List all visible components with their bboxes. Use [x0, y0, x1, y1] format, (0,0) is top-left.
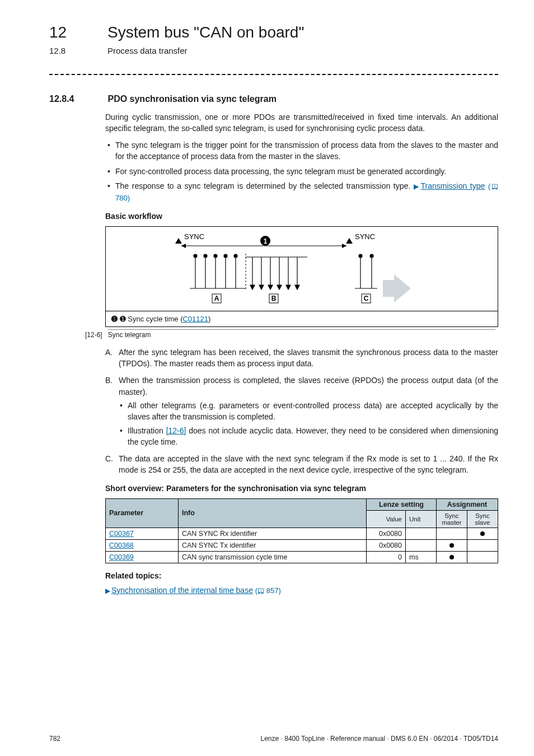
svg-marker-1 — [181, 244, 186, 248]
legend-text: ➊ Sync cycle time ( — [120, 315, 183, 323]
lettered-item-b: B. When the transmission process is comp… — [105, 375, 498, 447]
svg-marker-27 — [277, 285, 282, 290]
cell-unit — [406, 539, 437, 551]
c01121-link[interactable]: C01121 — [182, 315, 208, 323]
lettered-list: A. After the sync telegram has been rece… — [105, 347, 498, 476]
svg-marker-29 — [286, 285, 291, 290]
dot-icon — [480, 531, 485, 536]
lettered-text: After the sync telegram has been receive… — [119, 348, 498, 368]
triangle-icon: ▶ — [105, 587, 110, 595]
subsection-number: 12.8.4 — [49, 94, 105, 104]
th-info: Info — [179, 498, 367, 528]
chapter-number: 12 — [49, 24, 67, 41]
svg-marker-21 — [250, 285, 255, 290]
cell-slave — [467, 528, 498, 539]
lettered-text: When the transmission process is complet… — [119, 376, 498, 396]
basic-workflow-heading: Basic workflow — [105, 212, 498, 221]
cell-slave — [467, 551, 498, 563]
svg-text:C: C — [364, 295, 369, 302]
svg-marker-23 — [259, 285, 264, 290]
cell-info: CAN sync transmission cycle time — [179, 551, 367, 563]
th-sync-master: Sync master — [437, 510, 467, 528]
cell-master — [437, 539, 467, 551]
cell-unit: ms — [406, 551, 437, 563]
cell-value: 0 — [367, 551, 406, 563]
lettered-text: The data are accepted in the slave with … — [119, 454, 498, 474]
related-topics-heading: Related topics: — [105, 571, 498, 580]
intro-bullet: The sync telegram is the trigger point f… — [115, 139, 498, 162]
intro-paragraph: During cyclic transmission, one or more … — [105, 112, 498, 134]
intro-bullet-text: The response to a sync telegram is deter… — [115, 181, 414, 190]
figure-ref: [12-6] — [85, 331, 102, 339]
intro-bullet: The response to a sync telegram is deter… — [115, 180, 498, 204]
cell-slave — [467, 539, 498, 551]
book-icon: 🕮 — [490, 183, 498, 190]
page-ref-num: 857) — [264, 586, 281, 595]
cell-value: 0x0080 — [367, 539, 406, 551]
table-row: C00369 CAN sync transmission cycle time … — [106, 551, 498, 563]
section-title: Process data transfer — [107, 46, 188, 55]
param-link[interactable]: C00367 — [109, 530, 134, 538]
cell-master — [437, 528, 467, 539]
intro-bullet: For sync-controlled process data process… — [115, 166, 498, 177]
sub-bullet-text: Illustration — [128, 426, 166, 435]
svg-point-15 — [224, 254, 227, 258]
page-number: 782 — [49, 735, 60, 743]
intro-bullet-list: The sync telegram is the trigger point f… — [105, 139, 498, 204]
svg-point-13 — [214, 254, 217, 258]
param-link[interactable]: C00369 — [109, 553, 134, 561]
sub-bullet: All other telegrams (e.g. parameters or … — [128, 400, 498, 423]
cell-info: CAN SYNC Tx identifier — [179, 539, 367, 551]
related-link[interactable]: Synchronisation of the internal time bas… — [111, 586, 253, 595]
th-lenze-setting: Lenze setting — [367, 498, 437, 510]
subsection-title: PDO synchronisation via sync telegram — [107, 94, 276, 104]
svg-marker-3 — [175, 238, 182, 244]
sync-diagram-svg: SYNC SYNC 1 — [106, 227, 498, 311]
svg-marker-4 — [346, 238, 353, 244]
lettered-item-c: C. The data are accepted in the slave wi… — [105, 453, 498, 476]
sub-bullet: Illustration [12-6] does not include acy… — [128, 425, 498, 448]
lettered-item-a: A. After the sync telegram has been rece… — [105, 347, 498, 370]
legend-bullet-icon: ➊ — [111, 315, 118, 323]
triangle-icon: ▶ — [414, 183, 420, 190]
svg-point-34 — [359, 254, 362, 258]
legend-suffix: ) — [208, 315, 210, 323]
fig-12-6-link[interactable]: [12-6] — [166, 426, 186, 435]
svg-marker-2 — [342, 244, 346, 248]
th-unit: Unit — [406, 510, 437, 528]
svg-point-11 — [204, 254, 207, 258]
param-link[interactable]: C00368 — [109, 542, 134, 549]
svg-text:1: 1 — [264, 237, 268, 245]
cell-master — [437, 551, 467, 563]
th-sync-slave: Sync slave — [467, 510, 498, 528]
svg-point-17 — [234, 254, 237, 258]
sync-label: SYNC — [184, 232, 204, 241]
cell-unit — [406, 528, 437, 539]
page-reference: (🕮 857) — [255, 586, 281, 595]
cell-value: 0x0080 — [367, 528, 406, 539]
table-row: C00367 CAN SYNC Rx identifier 0x0080 — [106, 528, 498, 539]
sync-diagram: SYNC SYNC 1 — [105, 226, 498, 327]
th-value: Value — [367, 510, 406, 528]
page-footer: 782 Lenze · 8400 TopLine · Reference man… — [49, 735, 498, 743]
book-icon: 🕮 — [257, 587, 264, 595]
transmission-type-link[interactable]: Transmission type — [421, 181, 485, 190]
sync-label: SYNC — [355, 232, 375, 241]
figure-title: Sync telegram — [108, 329, 495, 339]
svg-text:B: B — [271, 295, 277, 302]
overview-heading: Short overview: Parameters for the synch… — [105, 484, 498, 493]
section-number: 12.8 — [49, 46, 65, 55]
table-row: C00368 CAN SYNC Tx identifier 0x0080 — [106, 539, 498, 551]
parameter-table: Parameter Info Lenze setting Assignment … — [105, 498, 498, 563]
svg-marker-37 — [383, 274, 411, 302]
svg-marker-31 — [295, 285, 299, 290]
dot-icon — [449, 555, 454, 559]
svg-marker-25 — [268, 285, 273, 290]
chapter-title: System bus "CAN on board" — [107, 24, 304, 41]
header-divider — [49, 74, 498, 75]
footer-text: Lenze · 8400 TopLine · Reference manual … — [261, 735, 498, 743]
svg-text:A: A — [214, 295, 219, 302]
cell-info: CAN SYNC Rx identifier — [179, 528, 367, 539]
svg-point-9 — [194, 254, 197, 258]
page-ref-num: 780) — [115, 194, 130, 202]
